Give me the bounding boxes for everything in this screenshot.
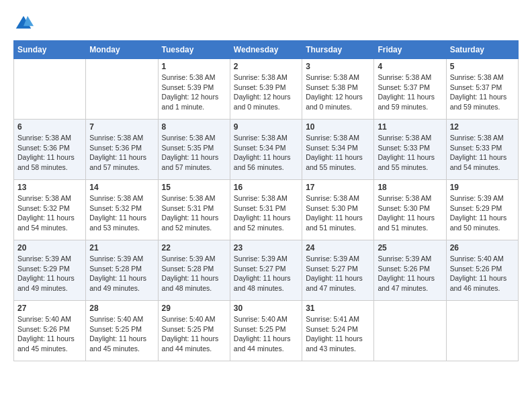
calendar-cell [446, 301, 518, 361]
day-info: Sunrise: 5:39 AMSunset: 5:28 PMDaylight:… [162, 254, 226, 293]
day-info: Sunrise: 5:38 AMSunset: 5:33 PMDaylight:… [378, 133, 442, 173]
weekday-header-friday: Friday [374, 41, 446, 59]
day-number: 1 [162, 62, 226, 71]
day-number: 27 [17, 304, 82, 313]
day-info: Sunrise: 5:38 AMSunset: 5:30 PMDaylight:… [378, 193, 442, 233]
calendar-cell: 5Sunrise: 5:38 AMSunset: 5:37 PMDaylight… [446, 59, 518, 120]
weekday-header-saturday: Saturday [446, 41, 518, 59]
day-number: 18 [378, 183, 442, 192]
day-info: Sunrise: 5:38 AMSunset: 5:36 PMDaylight:… [89, 133, 154, 173]
calendar-table: SundayMondayTuesdayWednesdayThursdayFrid… [13, 40, 519, 361]
day-number: 17 [306, 183, 370, 192]
page-header [13, 13, 519, 34]
day-info: Sunrise: 5:40 AMSunset: 5:26 PMDaylight:… [17, 314, 82, 354]
calendar-week-4: 20Sunrise: 5:39 AMSunset: 5:29 PMDayligh… [14, 240, 519, 301]
calendar-cell: 24Sunrise: 5:39 AMSunset: 5:27 PMDayligh… [302, 240, 374, 301]
day-info: Sunrise: 5:38 AMSunset: 5:37 PMDaylight:… [450, 73, 515, 112]
day-number: 16 [234, 183, 298, 192]
day-info: Sunrise: 5:38 AMSunset: 5:39 PMDaylight:… [162, 73, 226, 112]
weekday-header-thursday: Thursday [302, 41, 374, 59]
calendar-cell: 16Sunrise: 5:38 AMSunset: 5:31 PMDayligh… [230, 180, 302, 240]
calendar-week-3: 13Sunrise: 5:38 AMSunset: 5:32 PMDayligh… [14, 180, 519, 240]
day-info: Sunrise: 5:41 AMSunset: 5:24 PMDaylight:… [306, 314, 370, 354]
calendar-cell: 18Sunrise: 5:38 AMSunset: 5:30 PMDayligh… [374, 180, 446, 240]
day-number: 20 [17, 243, 82, 253]
day-info: Sunrise: 5:38 AMSunset: 5:32 PMDaylight:… [89, 193, 154, 233]
calendar-cell: 1Sunrise: 5:38 AMSunset: 5:39 PMDaylight… [158, 59, 230, 120]
day-info: Sunrise: 5:38 AMSunset: 5:36 PMDaylight:… [17, 133, 82, 173]
day-number: 25 [378, 243, 442, 253]
weekday-header-wednesday: Wednesday [230, 41, 302, 59]
day-number: 28 [89, 304, 154, 313]
day-info: Sunrise: 5:39 AMSunset: 5:29 PMDaylight:… [450, 193, 515, 233]
day-info: Sunrise: 5:38 AMSunset: 5:30 PMDaylight:… [306, 193, 370, 233]
day-number: 8 [162, 122, 226, 132]
logo [13, 13, 36, 34]
day-number: 24 [306, 243, 370, 253]
day-info: Sunrise: 5:38 AMSunset: 5:33 PMDaylight:… [450, 133, 515, 173]
calendar-cell [374, 301, 446, 361]
day-info: Sunrise: 5:38 AMSunset: 5:31 PMDaylight:… [234, 193, 298, 233]
day-number: 4 [378, 62, 442, 71]
calendar-cell: 31Sunrise: 5:41 AMSunset: 5:24 PMDayligh… [302, 301, 374, 361]
day-number: 11 [378, 122, 442, 132]
day-number: 6 [17, 122, 82, 132]
day-number: 29 [162, 304, 226, 313]
calendar-cell: 11Sunrise: 5:38 AMSunset: 5:33 PMDayligh… [374, 120, 446, 180]
day-number: 21 [89, 243, 154, 253]
calendar-cell: 26Sunrise: 5:40 AMSunset: 5:26 PMDayligh… [446, 240, 518, 301]
calendar-cell: 3Sunrise: 5:38 AMSunset: 5:38 PMDaylight… [302, 59, 374, 120]
day-info: Sunrise: 5:40 AMSunset: 5:25 PMDaylight:… [162, 314, 226, 354]
day-info: Sunrise: 5:40 AMSunset: 5:26 PMDaylight:… [450, 254, 515, 293]
calendar-cell: 17Sunrise: 5:38 AMSunset: 5:30 PMDayligh… [302, 180, 374, 240]
calendar-cell: 12Sunrise: 5:38 AMSunset: 5:33 PMDayligh… [446, 120, 518, 180]
day-number: 15 [162, 183, 226, 192]
day-info: Sunrise: 5:39 AMSunset: 5:28 PMDaylight:… [89, 254, 154, 293]
day-number: 22 [162, 243, 226, 253]
day-info: Sunrise: 5:38 AMSunset: 5:34 PMDaylight:… [306, 133, 370, 173]
day-number: 23 [234, 243, 298, 253]
day-number: 3 [306, 62, 370, 71]
calendar-cell: 7Sunrise: 5:38 AMSunset: 5:36 PMDaylight… [86, 120, 158, 180]
day-info: Sunrise: 5:39 AMSunset: 5:26 PMDaylight:… [378, 254, 442, 293]
calendar-cell: 25Sunrise: 5:39 AMSunset: 5:26 PMDayligh… [374, 240, 446, 301]
day-info: Sunrise: 5:38 AMSunset: 5:31 PMDaylight:… [162, 193, 226, 233]
day-number: 19 [450, 183, 515, 192]
calendar-cell: 13Sunrise: 5:38 AMSunset: 5:32 PMDayligh… [14, 180, 86, 240]
day-number: 26 [450, 243, 515, 253]
calendar-cell: 6Sunrise: 5:38 AMSunset: 5:36 PMDaylight… [14, 120, 86, 180]
day-info: Sunrise: 5:39 AMSunset: 5:27 PMDaylight:… [306, 254, 370, 293]
day-info: Sunrise: 5:38 AMSunset: 5:38 PMDaylight:… [306, 73, 370, 112]
calendar-cell: 27Sunrise: 5:40 AMSunset: 5:26 PMDayligh… [14, 301, 86, 361]
day-info: Sunrise: 5:38 AMSunset: 5:37 PMDaylight:… [378, 73, 442, 112]
calendar-cell: 9Sunrise: 5:38 AMSunset: 5:34 PMDaylight… [230, 120, 302, 180]
day-info: Sunrise: 5:38 AMSunset: 5:35 PMDaylight:… [162, 133, 226, 173]
calendar-cell: 10Sunrise: 5:38 AMSunset: 5:34 PMDayligh… [302, 120, 374, 180]
calendar-cell: 20Sunrise: 5:39 AMSunset: 5:29 PMDayligh… [14, 240, 86, 301]
day-info: Sunrise: 5:38 AMSunset: 5:34 PMDaylight:… [234, 133, 298, 173]
calendar-cell: 15Sunrise: 5:38 AMSunset: 5:31 PMDayligh… [158, 180, 230, 240]
calendar-cell: 28Sunrise: 5:40 AMSunset: 5:25 PMDayligh… [86, 301, 158, 361]
calendar-week-2: 6Sunrise: 5:38 AMSunset: 5:36 PMDaylight… [14, 120, 519, 180]
calendar-cell: 23Sunrise: 5:39 AMSunset: 5:27 PMDayligh… [230, 240, 302, 301]
day-number: 9 [234, 122, 298, 132]
calendar-cell: 19Sunrise: 5:39 AMSunset: 5:29 PMDayligh… [446, 180, 518, 240]
weekday-header-tuesday: Tuesday [158, 41, 230, 59]
day-info: Sunrise: 5:38 AMSunset: 5:32 PMDaylight:… [17, 193, 82, 233]
calendar-cell: 21Sunrise: 5:39 AMSunset: 5:28 PMDayligh… [86, 240, 158, 301]
day-info: Sunrise: 5:38 AMSunset: 5:39 PMDaylight:… [234, 73, 298, 112]
day-info: Sunrise: 5:39 AMSunset: 5:29 PMDaylight:… [17, 254, 82, 293]
day-info: Sunrise: 5:39 AMSunset: 5:27 PMDaylight:… [234, 254, 298, 293]
weekday-header-monday: Monday [86, 41, 158, 59]
weekday-header-row: SundayMondayTuesdayWednesdayThursdayFrid… [14, 41, 519, 59]
day-number: 7 [89, 122, 154, 132]
weekday-header-sunday: Sunday [14, 41, 86, 59]
day-info: Sunrise: 5:40 AMSunset: 5:25 PMDaylight:… [89, 314, 154, 354]
day-number: 31 [306, 304, 370, 313]
day-number: 2 [234, 62, 298, 71]
calendar-cell: 8Sunrise: 5:38 AMSunset: 5:35 PMDaylight… [158, 120, 230, 180]
calendar-cell: 29Sunrise: 5:40 AMSunset: 5:25 PMDayligh… [158, 301, 230, 361]
logo-icon [13, 13, 34, 34]
day-number: 5 [450, 62, 515, 71]
calendar-cell [86, 59, 158, 120]
